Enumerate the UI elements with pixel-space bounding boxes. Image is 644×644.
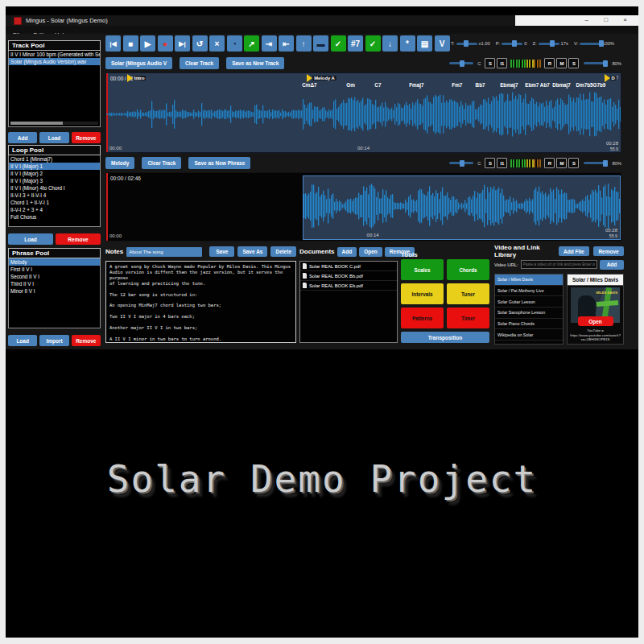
documents-open-button[interactable]: Open: [359, 247, 382, 257]
phrase-solo2-button[interactable]: S: [568, 158, 579, 168]
trim-in-button[interactable]: ⇥: [262, 35, 277, 52]
video-list-item[interactable]: Wikipedia on Solar: [495, 329, 563, 341]
list-item[interactable]: Solar (Mingus Audio Version).wav: [9, 58, 100, 65]
loop-remove-button[interactable]: Remove: [56, 233, 101, 245]
metronome-button[interactable]: ◔: [227, 35, 242, 52]
notes-subject-field[interactable]: About The song: [126, 247, 202, 257]
tool-timer-button[interactable]: Timer: [447, 308, 489, 328]
play-button[interactable]: ▶: [140, 35, 155, 52]
track-remove-button[interactable]: Remove: [72, 132, 101, 143]
tool-intervals-button[interactable]: Intervals: [401, 283, 444, 304]
list-item[interactable]: II-V-I 2 + 3 + 4: [9, 206, 100, 213]
video-add-file-button[interactable]: Add File: [559, 246, 589, 256]
marker-intro[interactable]: Intro: [127, 74, 147, 82]
list-item[interactable]: Minor II V I: [9, 287, 100, 295]
list-item[interactable]: Chord 1 (Minmaj7): [9, 155, 100, 163]
list-item[interactable]: Third II V I: [9, 280, 100, 287]
tool-patterns-button[interactable]: Patterns: [401, 308, 444, 328]
title-bar[interactable]: Mingus - Solar (Mingus Demo) – □ ×: [6, 15, 638, 26]
video-list-item[interactable]: Solar Piano Chords: [495, 319, 563, 330]
document-item[interactable]: Solar REAL BOOK C.pdf: [300, 262, 397, 271]
list-item[interactable]: II V I (Major) 2: [9, 170, 100, 177]
list-item[interactable]: II V I (Minor) 4to Chord I: [9, 184, 100, 192]
asterisk-button[interactable]: *: [400, 35, 415, 52]
record-arm-button[interactable]: R: [544, 58, 555, 68]
slider-thumb[interactable]: [464, 40, 469, 47]
phrase-remove-button[interactable]: Remove: [72, 335, 101, 346]
phrase-mute-button[interactable]: M: [556, 158, 567, 168]
confirm-b-button[interactable]: ✓: [365, 35, 381, 52]
phrase-volume-slider[interactable]: [584, 162, 608, 164]
tool-scales-button[interactable]: Scales: [401, 259, 444, 280]
tape-button[interactable]: ▬: [313, 35, 328, 52]
notes-save-button[interactable]: Save: [209, 246, 234, 257]
volume-slider[interactable]: [584, 62, 608, 64]
skip-to-end-button[interactable]: ▶|: [175, 35, 190, 52]
phrase-solo-button[interactable]: S: [485, 158, 495, 168]
video-list-item[interactable]: Solar / Miles Davis: [495, 275, 563, 286]
notes-delete-button[interactable]: Delete: [270, 246, 296, 257]
track-pool-scrollbar[interactable]: [10, 122, 98, 125]
marker-d[interactable]: D: [605, 74, 617, 82]
tool-chords-button[interactable]: Chords: [447, 259, 489, 280]
notes-text[interactable]: A great song by Chuck Wayne made Popular…: [105, 261, 296, 343]
document-item[interactable]: Solar REAL BOOK Eb.pdf: [300, 281, 397, 291]
minimize-button[interactable]: –: [585, 16, 588, 23]
phrase-import-button[interactable]: Import: [39, 335, 68, 346]
input-button[interactable]: I1: [497, 58, 507, 68]
transposition-button[interactable]: Transposition: [401, 332, 489, 343]
list-item[interactable]: II V I (Major) 3: [9, 177, 100, 184]
phrase-pool-list[interactable]: MelodyFirst II V ISecond II V IThird II …: [8, 258, 101, 328]
video-list-item[interactable]: Solar Guitar Lesson: [495, 296, 563, 308]
video-url-input[interactable]: [521, 260, 597, 269]
video-remove-button[interactable]: Remove: [593, 246, 624, 256]
phrase-playhead[interactable]: [106, 173, 108, 241]
slider-thumb[interactable]: [599, 40, 604, 47]
slider-track[interactable]: [502, 43, 522, 45]
solo-button[interactable]: S: [485, 58, 495, 68]
phrase-input-button[interactable]: I1: [497, 158, 507, 168]
phrase-name-button[interactable]: Melody: [105, 157, 134, 169]
clear-button[interactable]: ×: [209, 35, 225, 52]
list-item[interactable]: First II V I: [9, 266, 100, 273]
video-url-add-button[interactable]: Add: [600, 260, 624, 270]
pan-slider[interactable]: [449, 62, 473, 64]
phrase-pan-slider[interactable]: [449, 162, 473, 164]
track-name-button[interactable]: Solar (Mingus Audio V: [105, 57, 172, 69]
marker-melody-a[interactable]: Melody A: [307, 74, 336, 82]
mute-button[interactable]: M: [556, 58, 567, 68]
documents-add-button[interactable]: Add: [337, 247, 357, 257]
slider-track[interactable]: [456, 43, 477, 45]
loop-button[interactable]: ↺: [192, 35, 208, 52]
list-item[interactable]: Melody: [9, 258, 100, 266]
phrase-selected-region[interactable]: 00:14 00:28 55.9: [303, 175, 621, 240]
list-item[interactable]: II V I Minor 100 bpm (Generated with Seq…: [9, 51, 100, 58]
trim-out-button[interactable]: ⇤: [279, 35, 294, 52]
video-list-item[interactable]: Solar Saxophone Lesson: [495, 308, 563, 319]
record-button[interactable]: ●: [158, 35, 173, 52]
track-pool-list[interactable]: II V I Minor 100 bpm (Generated with Seq…: [8, 51, 101, 127]
notes-save-as-button[interactable]: Save As: [237, 246, 267, 257]
stop-button[interactable]: ■: [123, 35, 138, 52]
close-button[interactable]: ×: [623, 16, 627, 23]
keyboard-button[interactable]: ▤: [417, 35, 432, 52]
restore-button[interactable]: □: [604, 16, 608, 23]
track-add-button[interactable]: Add: [8, 132, 37, 143]
documents-list[interactable]: Solar REAL BOOK C.pdfSolar REAL BOOK Bb.…: [299, 261, 398, 343]
save-as-new-phrase-button[interactable]: Save as New Phrase: [188, 157, 250, 169]
solo2-button[interactable]: S: [568, 58, 579, 68]
slider-track[interactable]: [539, 43, 559, 45]
list-item[interactable]: II V I (Major) 1: [9, 163, 100, 170]
phrase-record-arm-button[interactable]: R: [544, 158, 555, 168]
track-load-button[interactable]: Load: [39, 132, 68, 143]
pitch-down-button[interactable]: ↓: [382, 35, 398, 52]
slider-thumb[interactable]: [512, 40, 517, 47]
list-item[interactable]: Full Chorus: [9, 213, 100, 221]
phrase-load-button[interactable]: Load: [8, 335, 37, 346]
loop-load-button[interactable]: Load: [8, 233, 53, 245]
capo-7-button[interactable]: #7: [348, 35, 363, 52]
phrase-waveform-panel[interactable]: 00:00 / 02:46 00:00 00:14 00:28 55.9: [105, 172, 621, 242]
save-as-new-track-button[interactable]: Save as New Track: [226, 57, 284, 69]
pitch-up-button[interactable]: ↑: [296, 35, 312, 52]
slider-track[interactable]: [580, 43, 601, 45]
